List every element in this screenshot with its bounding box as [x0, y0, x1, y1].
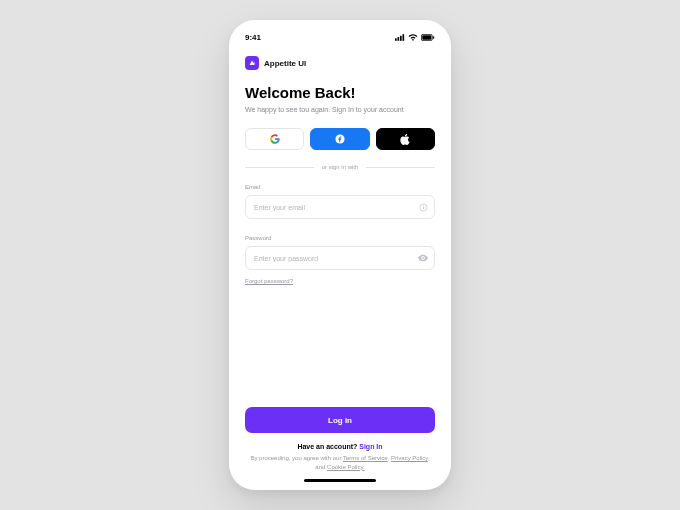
page-title: Welcome Back!: [245, 84, 435, 101]
svg-rect-2: [400, 35, 402, 40]
email-input[interactable]: [245, 195, 435, 219]
svg-rect-5: [422, 35, 431, 40]
svg-rect-0: [395, 38, 397, 41]
status-bar: 9:41: [245, 30, 435, 44]
facebook-signin-button[interactable]: [310, 128, 369, 150]
password-input[interactable]: [245, 246, 435, 270]
email-input-wrap: [245, 195, 435, 219]
battery-icon: [421, 34, 435, 41]
svg-rect-1: [398, 37, 400, 41]
info-icon: [418, 202, 428, 212]
apple-icon: [400, 134, 410, 145]
svg-rect-3: [403, 34, 405, 41]
password-input-wrap: [245, 246, 435, 270]
svg-point-9: [422, 205, 423, 206]
status-right: [395, 34, 435, 41]
brand-row: Appetite UI: [245, 56, 435, 70]
brand-name: Appetite UI: [264, 59, 306, 68]
social-auth-row: [245, 128, 435, 150]
sign-in-link[interactable]: Sign In: [359, 443, 382, 450]
brand-logo-icon: [245, 56, 259, 70]
divider-line-left: [245, 167, 314, 168]
divider-line-right: [366, 167, 435, 168]
google-signin-button[interactable]: [245, 128, 304, 150]
phone-frame: 9:41 Appetite UI Welcome Back! We happy …: [229, 20, 451, 490]
spacer: [245, 284, 435, 401]
google-icon: [270, 134, 280, 144]
home-indicator: [304, 479, 376, 482]
apple-signin-button[interactable]: [376, 128, 435, 150]
password-label: Password: [245, 235, 435, 241]
have-account-row: Have an account? Sign In: [245, 443, 435, 450]
wifi-icon: [408, 34, 418, 41]
email-label: Email: [245, 184, 435, 190]
status-time: 9:41: [245, 33, 261, 42]
svg-point-11: [422, 257, 424, 259]
divider-text: or sign in with: [322, 164, 359, 170]
legal-prefix: By proceeding, you agree with our: [250, 455, 343, 461]
page-subtitle: We happy to see tou again. Sign In to yo…: [245, 105, 435, 114]
have-account-text: Have an account?: [297, 443, 359, 450]
cookie-link[interactable]: Cookie Policy.: [327, 464, 365, 470]
terms-link[interactable]: Terms of Service: [343, 455, 388, 461]
svg-rect-10: [423, 207, 424, 209]
divider: or sign in with: [245, 164, 435, 170]
legal-text: By proceeding, you agree with our Terms …: [245, 454, 435, 471]
facebook-icon: [335, 134, 345, 144]
eye-icon[interactable]: [418, 253, 428, 263]
svg-rect-6: [433, 36, 434, 39]
signal-icon: [395, 34, 405, 41]
login-button[interactable]: Log in: [245, 407, 435, 433]
privacy-link[interactable]: Privacy Policy: [391, 455, 428, 461]
